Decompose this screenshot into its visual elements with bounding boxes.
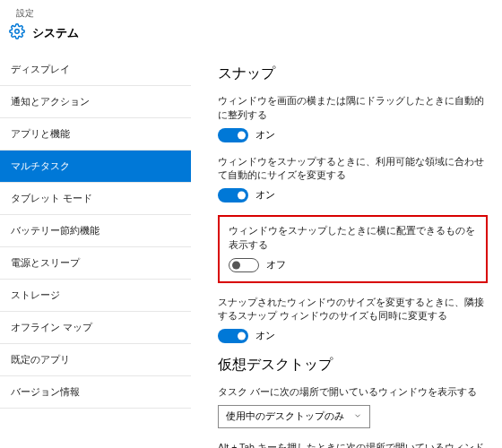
- snap-opt2-label: ウィンドウをスナップするときに、利用可能な領域に合わせて自動的にサイズを変更する: [218, 155, 488, 184]
- vd-opt2-label: Alt + Tab キーを押したときに次の場所で開いているウィンドウを表示する: [218, 441, 488, 448]
- snap-opt2-state: オン: [255, 189, 275, 202]
- main-panel: スナップ ウィンドウを画面の横または隅にドラッグしたときに自動的に整列する オン…: [191, 54, 502, 448]
- sidebar-item-1[interactable]: 通知とアクション: [0, 86, 191, 118]
- chevron-down-icon: [353, 411, 362, 422]
- window-title: 設定: [9, 7, 493, 20]
- snap-opt2-toggle[interactable]: [218, 188, 248, 202]
- sidebar-item-2[interactable]: アプリと機能: [0, 118, 191, 151]
- highlighted-option: ウィンドウをスナップしたときに横に配置できるものを表示する オフ: [218, 215, 488, 283]
- gear-icon: [9, 23, 32, 43]
- vd-opt1-dropdown[interactable]: 使用中のデスクトップのみ: [218, 405, 370, 428]
- snap-opt1-state: オン: [255, 129, 275, 142]
- snap-opt4-toggle[interactable]: [218, 329, 248, 343]
- svg-point-0: [15, 30, 20, 34]
- sidebar-item-9[interactable]: 既定のアプリ: [0, 344, 191, 376]
- sidebar-item-5[interactable]: バッテリー節約機能: [0, 215, 191, 247]
- sidebar-item-4[interactable]: タブレット モード: [0, 183, 191, 215]
- section-snap-title: スナップ: [218, 65, 488, 83]
- sidebar: ディスプレイ通知とアクションアプリと機能マルチタスクタブレット モードバッテリー…: [0, 54, 191, 448]
- snap-opt1-toggle[interactable]: [218, 128, 248, 142]
- snap-opt3-label: ウィンドウをスナップしたときに横に配置できるものを表示する: [229, 224, 477, 253]
- snap-opt3-state: オフ: [266, 259, 286, 271]
- sidebar-item-8[interactable]: オフライン マップ: [0, 312, 191, 344]
- vd-opt1-label: タスク バーに次の場所で開いているウィンドウを表示する: [218, 385, 488, 400]
- sidebar-item-7[interactable]: ストレージ: [0, 280, 191, 312]
- snap-opt1-label: ウィンドウを画面の横または隅にドラッグしたときに自動的に整列する: [218, 94, 488, 123]
- sidebar-item-3[interactable]: マルチタスク: [0, 151, 191, 183]
- sidebar-item-6[interactable]: 電源とスリープ: [0, 247, 191, 280]
- sidebar-item-10[interactable]: バージョン情報: [0, 376, 191, 409]
- snap-opt4-label: スナップされたウィンドウのサイズを変更するときに、隣接するスナップ ウィンドウの…: [218, 296, 488, 324]
- sidebar-item-0[interactable]: ディスプレイ: [0, 54, 191, 86]
- section-vd-title: 仮想デスクトップ: [218, 356, 488, 375]
- page-title: システム: [32, 25, 79, 41]
- snap-opt4-state: オン: [255, 330, 275, 342]
- snap-opt3-toggle[interactable]: [229, 258, 259, 272]
- vd-opt1-value: 使用中のデスクトップのみ: [226, 410, 344, 423]
